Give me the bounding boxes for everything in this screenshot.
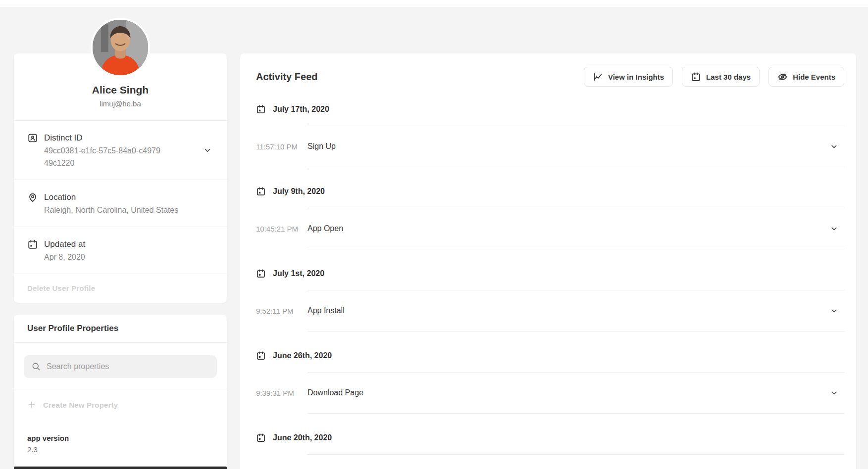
feed-buttons: View in Insights Last 30 days Hide Event… <box>584 67 844 87</box>
date-header: July 17th, 2020 <box>256 104 844 115</box>
updated-at-label: Updated at <box>44 238 85 250</box>
search-properties-input[interactable] <box>24 355 217 378</box>
date-header-label: June 20th, 2020 <box>273 433 332 442</box>
last-30-days-label: Last 30 days <box>706 73 751 81</box>
location-value: Raleigh, North Carolina, United States <box>44 204 213 216</box>
date-header: June 20th, 2020 <box>256 432 844 443</box>
user-name: Alice Singh <box>27 84 213 96</box>
clipped-content-strip <box>14 467 227 469</box>
date-header-label: June 26th, 2020 <box>273 351 332 360</box>
event-name: App Install <box>307 305 345 316</box>
chevron-down-icon[interactable] <box>830 389 838 397</box>
feed-header: Activity Feed View in Insights Last 30 d… <box>256 66 844 87</box>
chevron-down-icon[interactable] <box>830 307 838 315</box>
distinct-id-label: Distinct ID <box>44 132 82 144</box>
location-label: Location <box>44 191 76 203</box>
activity-date-group: July 9th, 2020 10:45:21 PM App Open <box>256 186 844 249</box>
event-rows <box>256 454 844 469</box>
user-profile-properties-card: User Profile Properties Create New Prope… <box>14 315 227 469</box>
event-rows: 9:52:11 PM App Install <box>256 290 844 331</box>
distinct-id-value: 49cc0381-e1fc-57c5-84a0-c497949c1220 <box>44 144 162 169</box>
hide-events-button[interactable]: Hide Events <box>768 67 844 87</box>
create-new-property-row[interactable]: Create New Property <box>14 389 227 420</box>
delete-row: Delete User Profile <box>14 274 227 303</box>
event-row[interactable]: 9:52:11 PM App Install <box>256 290 844 331</box>
calendar-icon <box>256 351 266 361</box>
activity-date-group: June 20th, 2020 <box>256 432 844 469</box>
calendar-icon <box>27 239 38 250</box>
date-header: June 26th, 2020 <box>256 350 844 361</box>
search-icon <box>31 362 41 372</box>
top-strip <box>0 0 868 7</box>
property-name: app version <box>27 433 213 444</box>
event-rows: 9:39:31 PM Download Page <box>256 372 844 414</box>
date-header: July 9th, 2020 <box>256 186 844 197</box>
event-name: Download Page <box>307 387 363 398</box>
event-rows: 10:45:21 PM App Open <box>256 208 844 249</box>
date-header-label: July 17th, 2020 <box>273 105 329 114</box>
event-time: 11:57:10 PM <box>256 126 307 167</box>
plus-icon <box>27 400 36 409</box>
event-row-cutoff <box>307 454 844 469</box>
activity-date-group: June 26th, 2020 9:39:31 PM Download Page <box>256 350 844 414</box>
profile-card: Alice Singh limuj@he.ba Distinct ID 49cc… <box>14 53 227 303</box>
property-value: 2.3 <box>27 444 213 456</box>
event-row[interactable]: 10:45:21 PM App Open <box>256 208 844 249</box>
date-header-label: July 1st, 2020 <box>273 269 324 278</box>
activity-feed-card: Activity Feed View in Insights Last 30 d… <box>240 53 856 469</box>
calendar-icon <box>256 269 266 279</box>
event-rows: 11:57:10 PM Sign Up <box>256 126 844 167</box>
user-email: limuj@he.ba <box>27 99 213 109</box>
event-row[interactable]: 11:57:10 PM Sign Up <box>256 126 844 167</box>
date-header: July 1st, 2020 <box>256 268 844 279</box>
activity-feed-title: Activity Feed <box>256 71 317 83</box>
event-time: 10:45:21 PM <box>256 208 307 249</box>
calendar-icon <box>256 433 266 443</box>
eye-off-icon <box>777 72 788 82</box>
calendar-icon <box>256 187 266 196</box>
event-name: Sign Up <box>307 141 336 152</box>
event-time: 9:52:11 PM <box>256 290 307 331</box>
activity-date-group: July 17th, 2020 11:57:10 PM Sign Up <box>256 104 844 167</box>
delete-user-profile-button[interactable]: Delete User Profile <box>27 284 95 292</box>
id-badge-icon <box>27 133 38 143</box>
event-row[interactable]: 9:39:31 PM Download Page <box>256 372 844 414</box>
properties-title: User Profile Properties <box>14 315 227 343</box>
calendar-icon <box>256 104 266 114</box>
create-new-property-button[interactable]: Create New Property <box>43 401 118 409</box>
search-wrap <box>14 343 227 389</box>
activity-date-group: July 1st, 2020 9:52:11 PM App Install <box>256 268 844 331</box>
chevron-down-icon[interactable] <box>830 142 838 151</box>
user-profile-page: Alice Singh limuj@he.ba Distinct ID 49cc… <box>0 0 868 469</box>
chevron-down-icon[interactable] <box>203 146 212 155</box>
feed-body: July 17th, 2020 11:57:10 PM Sign Up July… <box>256 104 844 469</box>
property-row[interactable]: app version 2.3 <box>27 433 213 467</box>
last-30-days-button[interactable]: Last 30 days <box>682 67 760 87</box>
date-header-label: July 9th, 2020 <box>273 187 325 196</box>
properties-list: app version 2.3 <box>14 420 227 467</box>
calendar-icon <box>691 72 701 82</box>
location-pin-icon <box>27 192 38 203</box>
location-section: Location Raleigh, North Carolina, United… <box>14 180 227 227</box>
view-in-insights-label: View in Insights <box>608 73 664 81</box>
chevron-down-icon[interactable] <box>830 225 838 233</box>
updated-at-value: Apr 8, 2020 <box>44 251 213 263</box>
insights-chart-icon <box>593 72 603 82</box>
view-in-insights-button[interactable]: View in Insights <box>584 67 673 87</box>
hide-events-label: Hide Events <box>793 73 835 81</box>
event-time: 9:39:31 PM <box>256 372 307 414</box>
avatar <box>91 18 150 77</box>
updated-at-section: Updated at Apr 8, 2020 <box>14 227 227 274</box>
event-name: App Open <box>307 223 343 234</box>
distinct-id-section: Distinct ID 49cc0381-e1fc-57c5-84a0-c497… <box>14 120 227 180</box>
